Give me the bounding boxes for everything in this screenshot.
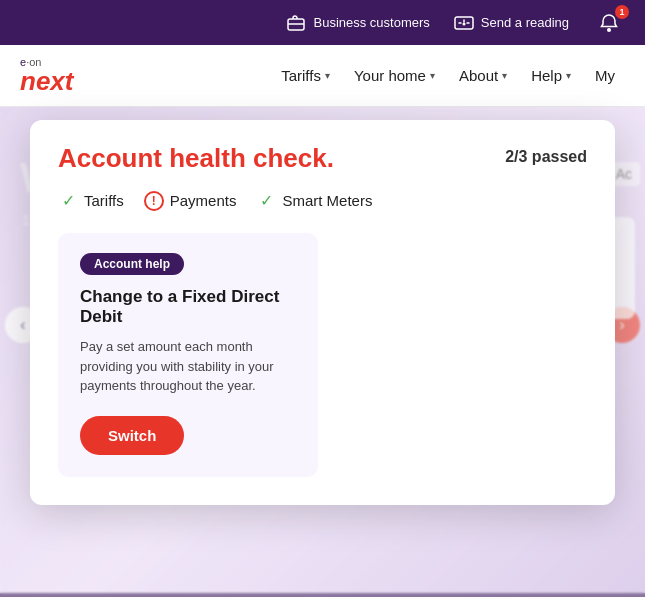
check-tariffs: ✓ Tariffs bbox=[58, 191, 124, 211]
tariffs-chevron-icon: ▾ bbox=[325, 70, 330, 81]
nav-items: Tariffs ▾ Your home ▾ About ▾ Help ▾ My bbox=[271, 59, 625, 92]
check-pass-icon-smart-meters: ✓ bbox=[256, 191, 276, 211]
nav-help[interactable]: Help ▾ bbox=[521, 59, 581, 92]
account-health-modal: Account health check. 2/3 passed ✓ Tarif… bbox=[30, 120, 615, 505]
card-title: Change to a Fixed Direct Debit bbox=[80, 287, 296, 328]
logo[interactable]: e·on next bbox=[20, 57, 73, 94]
modal-header: Account health check. 2/3 passed bbox=[58, 144, 587, 173]
card-tag: Account help bbox=[80, 253, 184, 275]
nav-your-home[interactable]: Your home ▾ bbox=[344, 59, 445, 92]
business-customers-link[interactable]: Business customers bbox=[286, 13, 429, 33]
svg-point-4 bbox=[607, 28, 611, 32]
top-bar: Business customers Send a reading 1 bbox=[0, 0, 645, 45]
your-home-label: Your home bbox=[354, 67, 426, 84]
switch-button[interactable]: Switch bbox=[80, 416, 184, 455]
business-customers-label: Business customers bbox=[313, 15, 429, 30]
notification-button[interactable]: 1 bbox=[593, 7, 625, 39]
send-reading-link[interactable]: Send a reading bbox=[454, 13, 569, 33]
help-chevron-icon: ▾ bbox=[566, 70, 571, 81]
nav-about[interactable]: About ▾ bbox=[449, 59, 517, 92]
about-label: About bbox=[459, 67, 498, 84]
help-label: Help bbox=[531, 67, 562, 84]
modal-passed-count: 2/3 passed bbox=[505, 148, 587, 166]
svg-point-3 bbox=[462, 22, 465, 25]
meter-icon bbox=[454, 13, 474, 33]
card-description: Pay a set amount each month providing yo… bbox=[80, 337, 296, 396]
your-home-chevron-icon: ▾ bbox=[430, 70, 435, 81]
check-smart-meters: ✓ Smart Meters bbox=[256, 191, 372, 211]
nav-bar: e·on next Tariffs ▾ Your home ▾ About ▾ … bbox=[0, 45, 645, 107]
check-payments: ! Payments bbox=[144, 191, 237, 211]
check-smart-meters-label: Smart Meters bbox=[282, 192, 372, 209]
modal-checks: ✓ Tariffs ! Payments ✓ Smart Meters bbox=[58, 191, 587, 211]
check-payments-label: Payments bbox=[170, 192, 237, 209]
tariffs-label: Tariffs bbox=[281, 67, 321, 84]
briefcase-icon bbox=[286, 13, 306, 33]
check-pass-icon-tariffs: ✓ bbox=[58, 191, 78, 211]
logo-next-text: next bbox=[20, 66, 73, 96]
nav-my-account[interactable]: My bbox=[585, 59, 625, 92]
send-reading-label: Send a reading bbox=[481, 15, 569, 30]
check-warn-icon-payments: ! bbox=[144, 191, 164, 211]
my-label: My bbox=[595, 67, 615, 84]
check-tariffs-label: Tariffs bbox=[84, 192, 124, 209]
about-chevron-icon: ▾ bbox=[502, 70, 507, 81]
notification-badge: 1 bbox=[615, 5, 629, 19]
modal-title: Account health check. bbox=[58, 144, 334, 173]
account-help-card: Account help Change to a Fixed Direct De… bbox=[58, 233, 318, 477]
nav-tariffs[interactable]: Tariffs ▾ bbox=[271, 59, 340, 92]
